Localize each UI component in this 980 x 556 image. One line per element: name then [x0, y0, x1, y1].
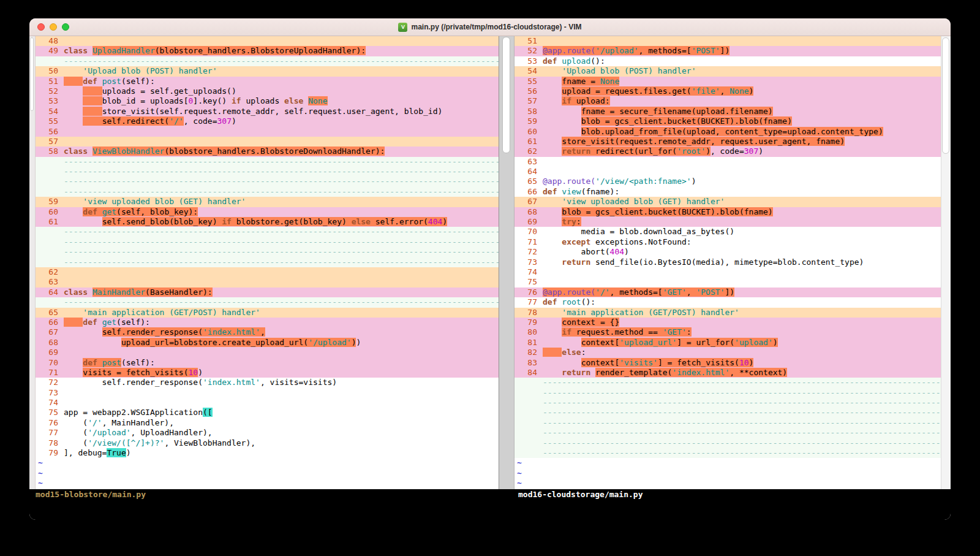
diff-filler-line: ----------------------------------------…	[514, 388, 941, 398]
code-line[interactable]: 77 ('/upload', UploadHandler),	[36, 428, 499, 438]
code-line[interactable]: 59 blob = gcs_client.bucket(BUCKET).blob…	[514, 116, 941, 126]
code-line[interactable]: 70 def post(self):	[36, 358, 499, 368]
code-line[interactable]: 69	[36, 348, 499, 357]
line-number: 51	[514, 36, 543, 46]
code-line[interactable]: 57	[36, 137, 499, 147]
code-line[interactable]: 64	[514, 167, 941, 177]
code-line[interactable]: 63	[514, 157, 941, 167]
code-line[interactable]: 76@app.route('/', methods=['GET', 'POST'…	[514, 288, 941, 297]
close-button[interactable]	[37, 23, 45, 31]
code-line[interactable]: 71 except exceptions.NotFound:	[514, 237, 941, 247]
code-line[interactable]: 65 'main application (GET/POST) handler'	[36, 308, 499, 318]
code-line[interactable]: 84 return render_template('index.html', …	[514, 368, 941, 378]
code-line[interactable]: 67 self.render_response('index.html',	[36, 327, 499, 337]
left-pane-scrollbar-thumb[interactable]	[502, 37, 510, 153]
code-line[interactable]: 53 blob_id = uploads[0].key() if uploads…	[36, 96, 499, 106]
code-line[interactable]: 48	[36, 36, 499, 46]
code-line[interactable]: 58 fname = secure_filename(upload.filena…	[514, 107, 941, 116]
code-line[interactable]: 78 'main application (GET/POST) handler'	[514, 308, 941, 318]
code-line[interactable]: 81 context['upload_url'] = url_for('uplo…	[514, 338, 941, 348]
code-line[interactable]: 75app = webapp2.WSGIApplication([	[36, 408, 499, 417]
code-line[interactable]: 54 'Upload blob (POST) handler'	[514, 66, 941, 76]
code-line[interactable]: 67 'view uploaded blob (GET) handler'	[514, 197, 941, 207]
tilde-line: ~	[514, 468, 941, 478]
code-line[interactable]: 51	[514, 36, 941, 46]
code-line[interactable]: 74	[36, 398, 499, 408]
code-line[interactable]: 58class ViewBlobHandler(blobstore_handle…	[36, 147, 499, 156]
left-scrollbar-thumb[interactable]	[30, 37, 34, 111]
code-line[interactable]: 79], debug=True)	[36, 448, 499, 458]
statusline-left[interactable]: mod15-blobstore/main.py	[29, 489, 514, 500]
code-line[interactable]: 78 ('/view/([^/]+)?', ViewBlobHandler),	[36, 438, 499, 448]
code-line[interactable]: 56	[36, 127, 499, 137]
code-line[interactable]: 73 return send_file(io.BytesIO(media), m…	[514, 257, 941, 267]
code-line[interactable]: 56 upload = request.files.get('file', No…	[514, 86, 941, 96]
line-number: 49	[36, 46, 64, 56]
code-line[interactable]: 52@app.route('/upload', methods=['POST']…	[514, 46, 941, 56]
code-line[interactable]: 59 'view uploaded blob (GET) handler'	[36, 197, 499, 207]
line-number: 65	[36, 308, 64, 318]
code-line[interactable]: 66def view(fname):	[514, 187, 941, 197]
code-line[interactable]: 69 try:	[514, 217, 941, 227]
code-line[interactable]: 72 self.render_response('index.html', vi…	[36, 378, 499, 387]
code-line[interactable]: 60 def get(self, blob_key):	[36, 207, 499, 217]
code-line[interactable]: 62 return redirect(url_for('root'), code…	[514, 147, 941, 156]
code-line[interactable]: 60 blob.upload_from_file(upload, content…	[514, 127, 941, 137]
code-line[interactable]: 77def root():	[514, 297, 941, 307]
zoom-button[interactable]	[62, 23, 69, 31]
command-line	[29, 500, 951, 520]
code-line[interactable]: 62	[36, 267, 499, 277]
code-line[interactable]: 72 abort(404)	[514, 247, 941, 257]
code-line[interactable]: 70 media = blob.download_as_bytes()	[514, 227, 941, 237]
code-line[interactable]: 54 store_visit(self.request.remote_addr,…	[36, 107, 499, 116]
code-line[interactable]: 52 uploads = self.get_uploads()	[36, 86, 499, 96]
tilde-line: ~	[36, 458, 499, 468]
code-line[interactable]: 64class MainHandler(BaseHandler):	[36, 288, 499, 297]
code-line[interactable]: 82 else:	[514, 348, 941, 357]
code-line[interactable]: 76 ('/', MainHandler),	[36, 418, 499, 428]
code-line[interactable]: 50 'Upload blob (POST) handler'	[36, 66, 499, 76]
code-line[interactable]: 53def upload():	[514, 56, 941, 66]
line-number: 58	[514, 107, 543, 116]
code-line[interactable]: 79 context = {}	[514, 318, 941, 327]
right-scrollbar-track[interactable]	[941, 36, 951, 489]
line-number: 79	[514, 318, 543, 327]
code-line[interactable]: 57 if upload:	[514, 96, 941, 106]
line-number: 54	[36, 107, 64, 116]
line-number: 62	[36, 267, 64, 277]
code-line[interactable]: 65@app.route('/view/<path:fname>')	[514, 177, 941, 186]
statusline-right[interactable]: mod16-cloudstorage/main.py	[514, 489, 951, 500]
split-divider[interactable]	[499, 36, 514, 489]
line-number: 66	[514, 187, 543, 197]
right-scrollbar-thumb[interactable]	[942, 37, 949, 154]
code-line[interactable]: 71 visits = fetch_visits(10)	[36, 368, 499, 378]
left-scrollbar-track[interactable]	[29, 36, 36, 489]
code-line[interactable]: 83 context['visits'] = fetch_visits(10)	[514, 358, 941, 368]
code-line[interactable]: 63	[36, 277, 499, 287]
line-number: 50	[36, 66, 64, 76]
line-number: 73	[514, 257, 543, 267]
line-number: 61	[36, 217, 64, 227]
code-line[interactable]: 55 self.redirect('/', code=307)	[36, 116, 499, 126]
code-line[interactable]: 68 upload_url=blobstore.create_upload_ur…	[36, 338, 499, 348]
line-number: 55	[36, 116, 64, 126]
code-line[interactable]: 49class UploadHandler(blobstore_handlers…	[36, 46, 499, 56]
code-line[interactable]: 80 if request.method == 'GET':	[514, 327, 941, 337]
code-line[interactable]: 75	[514, 277, 941, 287]
minimize-button[interactable]	[50, 23, 57, 31]
code-line[interactable]: 73	[36, 388, 499, 398]
line-number: 72	[36, 378, 64, 387]
code-line[interactable]: 66 def get(self):	[36, 318, 499, 327]
code-line[interactable]: 68 blob = gcs_client.bucket(BUCKET).blob…	[514, 207, 941, 217]
code-line[interactable]: 51 def post(self):	[36, 77, 499, 86]
code-line[interactable]: 55 fname = None	[514, 77, 941, 86]
line-number: 60	[514, 127, 543, 137]
code-line[interactable]: 61 self.send_blob(blob_key) if blobstore…	[36, 217, 499, 227]
code-line[interactable]: 61 store_visit(request.remote_addr, requ…	[514, 137, 941, 147]
diff-filler-line: ----------------------------------------…	[36, 227, 499, 237]
line-number: 61	[514, 137, 543, 147]
code-line[interactable]: 74	[514, 267, 941, 277]
tilde-line: ~	[514, 458, 941, 468]
line-number: 74	[514, 267, 543, 277]
diff-filler-line: ----------------------------------------…	[514, 448, 941, 458]
